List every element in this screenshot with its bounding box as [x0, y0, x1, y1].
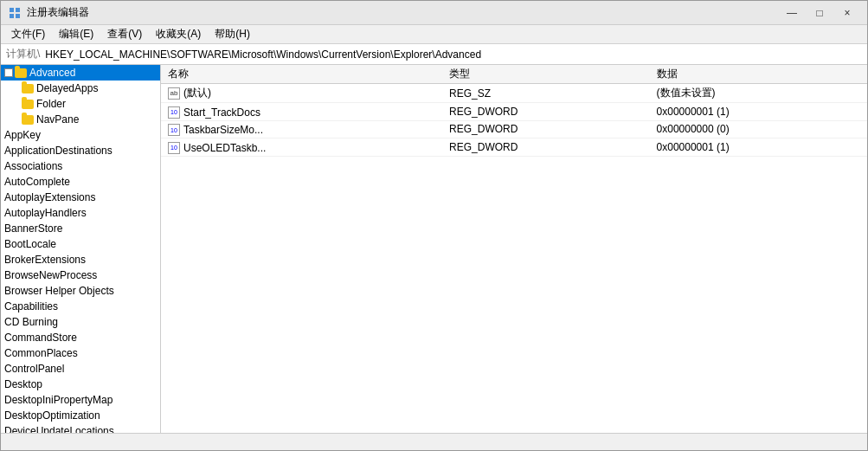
- regdword-icon: 10: [168, 142, 180, 154]
- tree-item-controlpanel[interactable]: ControlPanel: [1, 361, 160, 377]
- tree-item-folder[interactable]: Folder: [1, 96, 160, 112]
- tree-label: DesktopOptimization: [4, 409, 100, 422]
- regdword-icon: 10: [168, 124, 180, 136]
- tree-label: AppKey: [4, 129, 41, 141]
- tree-item-brokerext[interactable]: BrokerExtensions: [1, 252, 160, 267]
- entry-name: 10 Start_TrackDocs: [161, 103, 442, 121]
- tree-item-autocomplete[interactable]: AutoComplete: [1, 174, 160, 190]
- entry-data: 0x00000001 (1): [650, 139, 867, 157]
- tree-item-browserhelperobjects[interactable]: Browser Helper Objects: [1, 283, 160, 299]
- tree-label: Browser Helper Objects: [4, 285, 114, 297]
- table-row[interactable]: 10 UseOLEDTaskb... REG_DWORD 0x00000001 …: [161, 139, 867, 157]
- address-path: HKEY_LOCAL_MACHINE\SOFTWARE\Microsoft\Wi…: [45, 48, 862, 61]
- entry-type: REG_DWORD: [442, 103, 650, 121]
- folder-icon: [22, 82, 34, 94]
- tree-item-bootlocale[interactable]: BootLocale: [1, 236, 160, 252]
- tree-item-appkey[interactable]: AppKey: [1, 127, 160, 143]
- entry-data: 0x00000000 (0): [650, 120, 867, 139]
- tree-item-bannerstore[interactable]: BannerStore: [1, 221, 160, 236]
- folder-icon: [22, 113, 34, 126]
- svg-rect-2: [10, 14, 14, 18]
- tree-item-browsenewprocess[interactable]: BrowseNewProcess: [1, 267, 160, 283]
- app-icon: [8, 6, 22, 20]
- tree-label: BannerStore: [4, 222, 62, 235]
- entry-name: ab (默认): [161, 84, 442, 103]
- tree-item-delayedapps[interactable]: DelayedApps: [1, 81, 160, 96]
- tree-item-appdests[interactable]: ApplicationDestinations: [1, 143, 160, 158]
- tree-item-associations[interactable]: Associations: [1, 158, 160, 174]
- tree-item-capabilities[interactable]: Capabilities: [1, 299, 160, 314]
- tree-label: BootLocale: [4, 238, 56, 250]
- tree-label: Folder: [36, 98, 66, 110]
- address-bar: 计算机\ HKEY_LOCAL_MACHINE\SOFTWARE\Microso…: [1, 44, 867, 65]
- content-area: - Advanced DelayedApps Folder: [1, 65, 867, 433]
- tree-item-desktop[interactable]: Desktop: [1, 377, 160, 392]
- tree-item-commonplaces[interactable]: CommonPlaces: [1, 345, 160, 361]
- tree-label: ControlPanel: [4, 363, 64, 375]
- entry-name: 10 UseOLEDTaskb...: [161, 139, 442, 157]
- tree-label: Advanced: [29, 67, 75, 79]
- tree-item-commandstore[interactable]: CommandStore: [1, 330, 160, 345]
- tree-item-cdburning[interactable]: CD Burning: [1, 314, 160, 330]
- registry-table: 名称 类型 数据 ab (默认) REG_SZ: [161, 65, 867, 157]
- menu-help[interactable]: 帮助(H): [208, 25, 257, 43]
- folder-icon: [22, 98, 34, 110]
- tree-label: AutoplayExtensions: [4, 191, 95, 203]
- tree-label: BrowseNewProcess: [4, 269, 97, 281]
- menu-view[interactable]: 查看(V): [100, 25, 149, 43]
- tree-label: Desktop: [4, 378, 42, 390]
- tree-label: CD Burning: [4, 316, 58, 328]
- tree-label: Associations: [4, 160, 62, 172]
- entry-type: REG_SZ: [442, 84, 650, 103]
- tree-label: AutoComplete: [4, 176, 70, 188]
- svg-rect-3: [16, 14, 20, 18]
- tree-label: CommandStore: [4, 332, 77, 344]
- col-name[interactable]: 名称: [161, 65, 442, 84]
- tree-label: DeviceUpdateLocations: [4, 425, 114, 433]
- menu-bar: 文件(F) 编辑(E) 查看(V) 收藏夹(A) 帮助(H): [1, 25, 867, 44]
- close-button[interactable]: ×: [834, 4, 860, 22]
- entry-data: 0x00000001 (1): [650, 103, 867, 121]
- tree-item-navpane[interactable]: NavPane: [1, 112, 160, 127]
- tree-item-deviceupdatelocations[interactable]: DeviceUpdateLocations: [1, 423, 160, 433]
- expand-icon[interactable]: -: [4, 68, 13, 77]
- left-tree-panel[interactable]: - Advanced DelayedApps Folder: [1, 65, 161, 433]
- main-window: 注册表编辑器 — □ × 文件(F) 编辑(E) 查看(V) 收藏夹(A) 帮助…: [0, 0, 868, 451]
- table-row[interactable]: 10 TaskbarSizeMo... REG_DWORD 0x00000000…: [161, 120, 867, 139]
- col-type[interactable]: 类型: [442, 65, 650, 84]
- table-row[interactable]: ab (默认) REG_SZ (数值未设置): [161, 84, 867, 103]
- tree-label: DesktopIniPropertyMap: [4, 394, 113, 406]
- title-bar: 注册表编辑器 — □ ×: [1, 1, 867, 25]
- entry-type: REG_DWORD: [442, 139, 650, 157]
- tree-item-advanced[interactable]: - Advanced: [1, 65, 160, 81]
- svg-rect-1: [16, 8, 20, 12]
- tree-label: CommonPlaces: [4, 347, 78, 359]
- tree-label: Capabilities: [4, 300, 58, 312]
- tree-label: NavPane: [36, 113, 79, 126]
- tree-item-autoplayhandlers[interactable]: AutoplayHandlers: [1, 205, 160, 221]
- entry-name: 10 TaskbarSizeMo...: [161, 120, 442, 139]
- tree-label: ApplicationDestinations: [4, 145, 113, 157]
- minimize-button[interactable]: —: [779, 4, 805, 22]
- menu-edit[interactable]: 编辑(E): [52, 25, 100, 43]
- folder-icon: [15, 67, 27, 79]
- right-panel: 名称 类型 数据 ab (默认) REG_SZ: [161, 65, 867, 433]
- window-controls: — □ ×: [779, 4, 860, 22]
- regdword-icon: 10: [168, 106, 180, 119]
- col-data[interactable]: 数据: [650, 65, 867, 84]
- tree-item-desktopinipropertymap[interactable]: DesktopIniPropertyMap: [1, 392, 160, 408]
- tree-label: AutoplayHandlers: [4, 207, 87, 219]
- table-row[interactable]: 10 Start_TrackDocs REG_DWORD 0x00000001 …: [161, 103, 867, 121]
- window-title: 注册表编辑器: [27, 5, 779, 20]
- svg-rect-0: [10, 8, 14, 12]
- tree-label: BrokerExtensions: [4, 254, 86, 266]
- entry-type: REG_DWORD: [442, 120, 650, 139]
- maximize-button[interactable]: □: [807, 4, 833, 22]
- menu-file[interactable]: 文件(F): [4, 25, 52, 43]
- status-bar: [1, 433, 867, 450]
- tree-label: DelayedApps: [36, 82, 98, 94]
- tree-item-autoplayext[interactable]: AutoplayExtensions: [1, 190, 160, 205]
- tree-item-desktopoptimization[interactable]: DesktopOptimization: [1, 408, 160, 423]
- entry-data: (数值未设置): [650, 84, 867, 103]
- menu-favorites[interactable]: 收藏夹(A): [149, 25, 208, 43]
